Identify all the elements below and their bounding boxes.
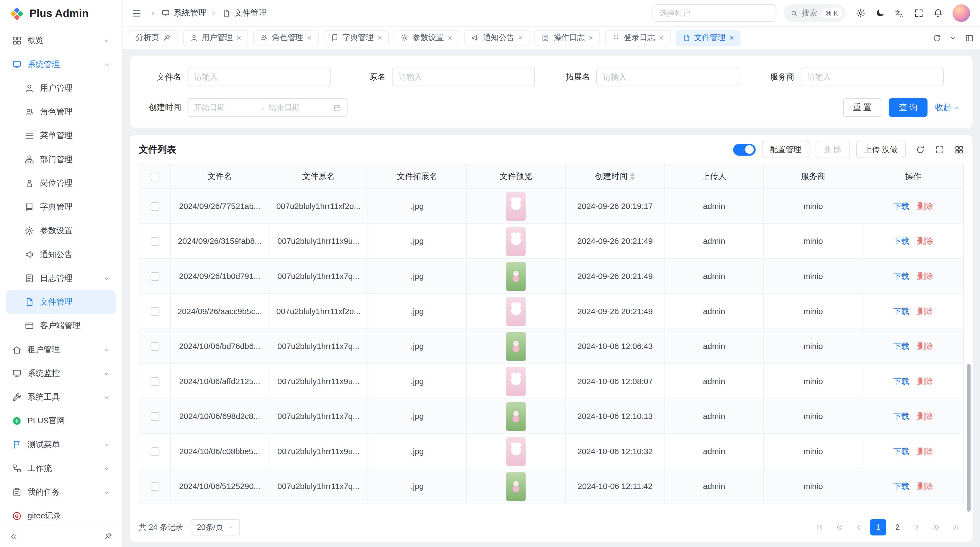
column-header[interactable]: 创建时间: [565, 164, 665, 189]
column-header[interactable]: 文件原名: [269, 164, 368, 189]
table-toggle-switch[interactable]: [733, 144, 756, 156]
column-header[interactable]: 文件拓展名: [368, 164, 466, 189]
sidebar-item[interactable]: 系统监控: [6, 362, 116, 385]
row-checkbox[interactable]: [150, 412, 159, 421]
delete-link[interactable]: 删除: [917, 271, 933, 282]
page-number-button[interactable]: 2: [889, 519, 906, 536]
file-preview-image[interactable]: [506, 472, 526, 501]
sidebar-item[interactable]: 租户管理: [6, 338, 116, 362]
delete-link[interactable]: 删除: [917, 235, 933, 247]
column-header[interactable]: 上传人: [665, 164, 764, 189]
user-avatar[interactable]: [953, 4, 970, 22]
column-settings-icon[interactable]: [955, 145, 964, 154]
row-checkbox[interactable]: [150, 202, 159, 211]
sidebar-item[interactable]: gitee记录: [6, 504, 116, 528]
notifications-bell-icon[interactable]: [933, 8, 943, 18]
column-header[interactable]: 文件名: [170, 164, 269, 189]
page-number-button[interactable]: 1: [870, 519, 886, 536]
next-page-button[interactable]: [909, 519, 925, 536]
fullscreen-icon[interactable]: [914, 8, 924, 18]
page-size-select[interactable]: 20条/页: [191, 519, 240, 536]
config-manage-button[interactable]: 配置管理: [762, 141, 809, 158]
reset-button[interactable]: 重 置: [843, 98, 881, 117]
tab-close-icon[interactable]: ×: [518, 34, 523, 42]
tab-close-icon[interactable]: ×: [448, 34, 452, 42]
date-end-placeholder[interactable]: 结束日期: [269, 102, 331, 113]
tab-menu-chevron-icon[interactable]: [950, 34, 957, 41]
next-10-pages-button[interactable]: [928, 519, 945, 536]
filter-field-input[interactable]: [392, 67, 535, 86]
tab-close-icon[interactable]: ×: [237, 34, 241, 42]
file-preview-image[interactable]: [506, 192, 526, 221]
sidebar-item[interactable]: 部门管理: [6, 148, 116, 171]
tab-close-icon[interactable]: ×: [729, 34, 734, 42]
file-preview-image[interactable]: [506, 367, 526, 396]
refresh-icon[interactable]: [932, 33, 941, 42]
filter-field-input[interactable]: [596, 67, 739, 86]
row-checkbox[interactable]: [150, 482, 159, 491]
sidebar-item[interactable]: 概览: [6, 29, 116, 53]
tenant-select[interactable]: [652, 4, 776, 22]
delete-button[interactable]: 删 除: [816, 141, 850, 158]
global-search[interactable]: 搜索 ⌘ K: [783, 4, 846, 22]
sidebar-item[interactable]: 我的任务: [6, 480, 116, 504]
date-range-picker[interactable]: 开始日期 → 结束日期: [188, 98, 348, 117]
sidebar-item[interactable]: 日志管理: [6, 266, 116, 290]
tab-close-icon[interactable]: ×: [589, 34, 593, 42]
language-translate-icon[interactable]: [894, 8, 905, 18]
file-preview-image[interactable]: [506, 402, 526, 431]
tab-close-icon[interactable]: ×: [307, 34, 312, 42]
delete-link[interactable]: 删除: [917, 446, 933, 457]
column-header[interactable]: 操作: [863, 164, 964, 189]
select-all-checkbox[interactable]: [150, 172, 159, 181]
prev-10-pages-button[interactable]: [831, 519, 848, 536]
sidebar-item[interactable]: 角色管理: [6, 100, 116, 124]
column-header[interactable]: 文件预览: [466, 164, 565, 189]
tab[interactable]: 分析页 ×: [129, 30, 178, 46]
tab[interactable]: 操作日志 ×: [535, 30, 600, 46]
download-link[interactable]: 下载: [893, 306, 910, 317]
file-preview-image[interactable]: [506, 297, 526, 325]
sidebar-item[interactable]: 系统管理: [6, 53, 116, 76]
row-checkbox[interactable]: [150, 307, 159, 316]
row-checkbox[interactable]: [150, 377, 159, 386]
download-link[interactable]: 下载: [893, 410, 910, 422]
sidebar-toggle-icon[interactable]: [131, 8, 142, 19]
sidebar-item[interactable]: 文件管理: [6, 290, 116, 314]
tab-close-icon[interactable]: ×: [659, 34, 663, 42]
delete-link[interactable]: 删除: [917, 480, 933, 492]
tab-close-icon[interactable]: ×: [377, 34, 382, 42]
delete-link[interactable]: 删除: [917, 341, 933, 352]
search-button[interactable]: 查 询: [889, 98, 928, 117]
download-link[interactable]: 下载: [893, 201, 910, 212]
file-preview-image[interactable]: [506, 226, 526, 255]
download-link[interactable]: 下载: [893, 235, 910, 247]
delete-link[interactable]: 删除: [917, 201, 933, 212]
file-preview-image[interactable]: [506, 262, 526, 291]
delete-link[interactable]: 删除: [917, 306, 933, 317]
download-link[interactable]: 下载: [893, 271, 910, 282]
tab[interactable]: 字典管理 ×: [324, 30, 389, 46]
refresh-table-icon[interactable]: [916, 145, 925, 154]
prev-page-button[interactable]: [851, 519, 867, 536]
table-scrollbar[interactable]: [967, 364, 971, 512]
column-header[interactable]: 服务商: [764, 164, 863, 189]
sidebar-item[interactable]: 系统工具: [6, 385, 116, 409]
sidebar-item[interactable]: 工作流: [6, 456, 116, 480]
sidebar-pin-icon[interactable]: [102, 530, 115, 543]
download-link[interactable]: 下载: [893, 446, 910, 457]
tab[interactable]: 角色管理 ×: [253, 30, 318, 46]
tab[interactable]: 登录日志 ×: [605, 30, 670, 46]
delete-link[interactable]: 删除: [917, 410, 933, 422]
sidebar-item[interactable]: PLUS官网: [6, 409, 116, 433]
sidebar-item[interactable]: 客户端管理: [6, 314, 116, 338]
row-checkbox[interactable]: [150, 237, 159, 246]
filter-field-input[interactable]: [800, 67, 944, 86]
first-page-button[interactable]: [812, 519, 828, 536]
layout-columns-icon[interactable]: [965, 33, 974, 42]
upload-button[interactable]: 上传 没做: [856, 141, 905, 158]
download-link[interactable]: 下载: [893, 341, 910, 352]
sidebar-item[interactable]: 参数设置: [6, 219, 116, 243]
sidebar-item[interactable]: 通知公告: [6, 243, 116, 266]
last-page-button[interactable]: [948, 519, 964, 536]
